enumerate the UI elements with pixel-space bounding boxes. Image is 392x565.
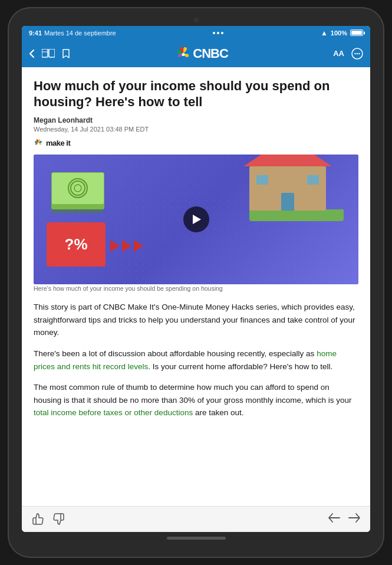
make-it-text: make it	[46, 139, 70, 147]
house-window-right	[307, 175, 319, 185]
next-article-button[interactable]	[348, 513, 361, 526]
nav-left-buttons	[29, 48, 70, 59]
svg-point-10	[74, 185, 81, 192]
question-percent-box: ?%	[47, 222, 106, 267]
image-caption: Here's how much of your income you shoul…	[34, 284, 358, 293]
battery-icon	[350, 29, 363, 36]
body-3-pre-text: The most common rule of thumb to determi…	[34, 383, 352, 405]
wifi-icon: ▲	[321, 29, 328, 37]
dot-3	[221, 32, 223, 34]
more-options-button[interactable]	[351, 48, 363, 60]
money-bill-shadow	[51, 209, 103, 213]
status-date: Martes 14 de septiembre	[44, 29, 116, 37]
svg-point-8	[38, 142, 39, 144]
house-door	[281, 193, 294, 211]
svg-point-3	[182, 53, 185, 56]
make-it-peacock-icon	[34, 139, 43, 146]
thumbs-down-button[interactable]	[52, 513, 65, 525]
article-image: ?%	[34, 155, 358, 284]
home-indicator	[167, 537, 226, 540]
house-roof	[243, 155, 332, 166]
bottom-bar	[22, 506, 370, 532]
thumbs-up-button[interactable]	[31, 513, 44, 525]
cnbc-logo: CNBC	[175, 46, 228, 61]
text-size-button[interactable]: AA	[333, 49, 344, 58]
body-paragraph-3: The most common rule of thumb to determi…	[34, 381, 358, 419]
svg-point-6	[357, 52, 358, 54]
navigation-arrows	[328, 513, 361, 526]
illustration-scene: ?%	[34, 155, 358, 284]
battery-fill	[351, 31, 362, 35]
back-button[interactable]	[29, 49, 35, 58]
make-it-brand: make it	[34, 139, 358, 147]
sidebar-toggle-button[interactable]	[42, 49, 55, 58]
status-center-dots	[213, 32, 223, 34]
video-play-button[interactable]	[183, 206, 209, 232]
front-camera	[194, 18, 199, 22]
body-2-pre-text: There's been a lot of discussion about a…	[34, 349, 317, 358]
house-structure	[249, 166, 344, 221]
money-stack-illustration	[51, 172, 104, 213]
ipad-frame: 9:41 Martes 14 de septiembre ▲ 100%	[9, 8, 383, 557]
battery-percent: 100%	[331, 29, 347, 37]
play-triangle-icon	[193, 215, 201, 224]
body-paragraph-2: There's been a lot of discussion about a…	[34, 347, 358, 373]
article-date: Wednesday, 14 Jul 2021 03:48 PM EDT	[34, 126, 358, 133]
body-paragraph-1: This story is part of CNBC Make It's One…	[34, 301, 358, 339]
cnbc-text: CNBC	[193, 46, 228, 61]
arrow-2	[122, 240, 131, 252]
article-content: How much of your income should you spend…	[22, 67, 370, 506]
ipad-screen: 9:41 Martes 14 de septiembre ▲ 100%	[22, 26, 370, 532]
article-body: This story is part of CNBC Make It's One…	[34, 301, 358, 419]
nav-bar: CNBC AA	[22, 40, 370, 67]
nav-right-buttons: AA	[333, 48, 363, 60]
status-bar: 9:41 Martes 14 de septiembre ▲ 100%	[22, 26, 370, 40]
house-base	[249, 166, 326, 211]
reaction-buttons	[31, 513, 65, 525]
total-income-link[interactable]: total income before taxes or other deduc…	[34, 408, 193, 417]
arrows-group	[110, 240, 143, 252]
peacock-icon	[175, 47, 192, 60]
svg-point-7	[358, 52, 360, 54]
prev-article-button[interactable]	[328, 513, 341, 526]
status-right: ▲ 100%	[321, 29, 363, 37]
body-2-post-text: . Is your current home affordable? Here'…	[148, 362, 332, 371]
status-time: 9:41	[29, 29, 42, 37]
house-window-left	[256, 175, 268, 185]
svg-rect-1	[49, 49, 55, 57]
article-author: Megan Leonhardt	[34, 116, 358, 124]
arrow-1	[110, 240, 120, 252]
svg-point-9	[71, 181, 85, 195]
body-3-post-text: are taken out.	[193, 408, 243, 417]
article-title: How much of your income should you spend…	[34, 78, 358, 110]
dot-2	[217, 32, 219, 34]
article-image-wrapper: ?%	[34, 155, 358, 293]
svg-point-5	[354, 52, 355, 54]
dot-1	[213, 32, 215, 34]
status-left: 9:41 Martes 14 de septiembre	[29, 29, 116, 37]
house-illustration	[249, 166, 344, 221]
svg-rect-0	[42, 49, 48, 57]
money-bill-top	[51, 172, 104, 205]
arrow-3	[134, 240, 143, 252]
house-lawn	[249, 209, 344, 221]
bookmark-button[interactable]	[62, 48, 70, 59]
